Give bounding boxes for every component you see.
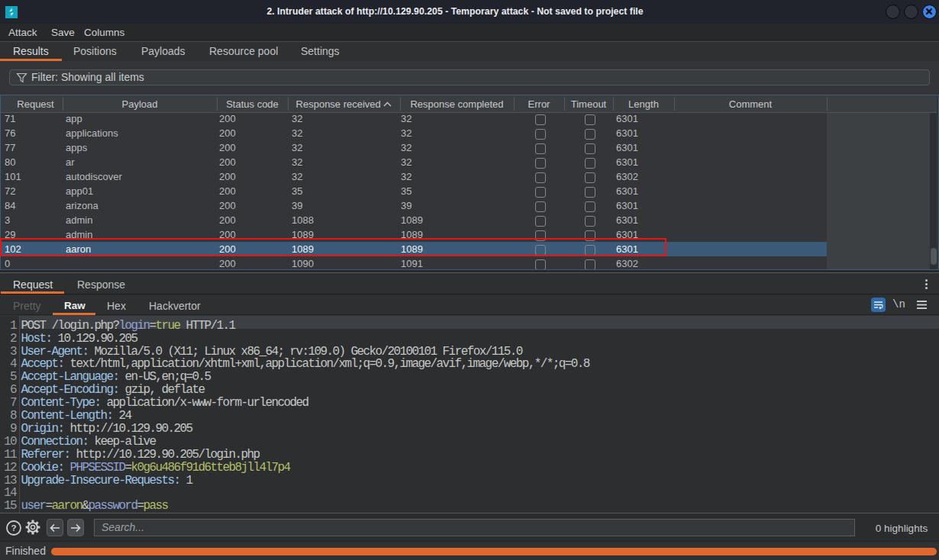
svg-text:?: ? — [11, 523, 16, 533]
